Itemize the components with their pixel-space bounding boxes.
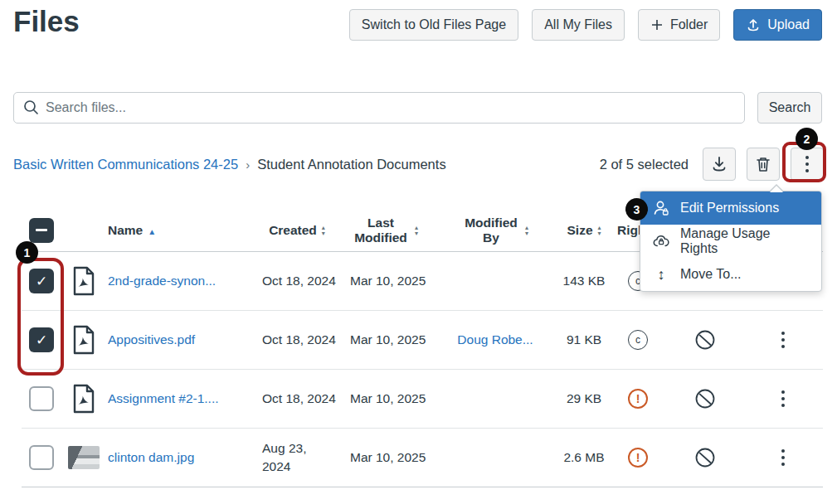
add-folder-label: Folder	[670, 17, 708, 32]
files-page: Files Switch to Old Files Page All My Fi…	[0, 0, 837, 504]
step-badge-1: 1	[16, 241, 38, 264]
step-badge-3: 3	[625, 198, 648, 220]
column-header-last-modified[interactable]: Last Modified ▴▾	[338, 216, 431, 245]
menu-item-label: Edit Permissions	[680, 201, 779, 216]
trash-icon	[754, 155, 772, 173]
sort-icon: ▴▾	[322, 225, 325, 236]
more-menu-icon	[801, 151, 814, 177]
row-options-icon[interactable]	[776, 444, 790, 471]
selected-status: 2 of 5 selected	[600, 157, 689, 172]
download-icon	[710, 155, 728, 173]
row-checkbox[interactable]: ✓	[29, 327, 54, 352]
more-options-button[interactable]	[791, 148, 824, 181]
modified-by-link[interactable]: Doug Robe...	[457, 332, 533, 346]
last-modified-date: Mar 10, 2025	[338, 448, 431, 467]
menu-item-move-to[interactable]: ↕ Move To...	[640, 258, 821, 291]
check-icon: ✓	[36, 332, 47, 349]
table-row: ✓ Appositives.pdf Oct 18, 2024 Mar 10, 2…	[22, 311, 823, 370]
menu-caret	[769, 184, 784, 191]
table-row: Assignment #2-1.... Oct 18, 2024 Mar 10,…	[22, 370, 823, 429]
created-date: Aug 23, 2024	[255, 439, 338, 477]
row-checkbox[interactable]	[29, 386, 54, 411]
user-permissions-icon	[652, 199, 670, 217]
file-name-link[interactable]: Appositives.pdf	[108, 332, 195, 346]
row-checkbox[interactable]: ✓	[29, 269, 54, 293]
add-folder-button[interactable]: Folder	[638, 9, 720, 41]
select-all-checkbox[interactable]	[29, 218, 54, 243]
move-vertical-icon: ↕	[652, 266, 670, 284]
delete-button[interactable]	[747, 148, 780, 181]
selection-toolbar: 2 of 5 selected	[600, 148, 824, 181]
cloud-lock-icon	[652, 232, 670, 250]
menu-item-edit-permissions[interactable]: Edit Permissions	[640, 191, 821, 225]
warning-icon[interactable]: !	[628, 389, 648, 409]
last-modified-date: Mar 10, 2025	[338, 390, 431, 408]
unpublished-icon[interactable]	[694, 447, 716, 468]
search-bar	[13, 92, 745, 124]
column-header-size[interactable]: Size ▴▾	[559, 223, 609, 238]
file-name-link[interactable]: clinton dam.jpg	[108, 450, 194, 464]
menu-item-label: Manage Usage Rights	[680, 226, 810, 256]
file-name-link[interactable]: 2nd-grade-synon...	[108, 274, 216, 288]
warning-icon[interactable]: !	[628, 448, 648, 468]
step-badge-2: 2	[796, 128, 818, 150]
upload-button[interactable]: Upload	[733, 9, 822, 41]
file-size: 29 KB	[559, 390, 609, 408]
last-modified-date: Mar 10, 2025	[338, 272, 431, 290]
copyright-icon[interactable]: c	[628, 330, 648, 350]
row-options-icon[interactable]	[776, 327, 790, 353]
header-actions: Switch to Old Files Page All My Files Fo…	[349, 9, 822, 41]
search-button[interactable]: Search	[757, 92, 822, 124]
created-date: Oct 18, 2024	[255, 331, 338, 349]
sort-icon: ▴▾	[415, 225, 418, 236]
menu-item-manage-usage-rights[interactable]: Manage Usage Rights	[640, 225, 821, 258]
column-header-modified-by[interactable]: Modified By ▴▾	[431, 216, 559, 245]
image-thumbnail	[68, 446, 100, 469]
page-title: Files	[13, 5, 80, 38]
unpublished-icon[interactable]	[694, 388, 716, 410]
check-icon: ✓	[36, 273, 47, 290]
column-header-created[interactable]: Created ▴▾	[255, 223, 338, 238]
row-options-icon[interactable]	[776, 385, 790, 412]
file-size: 2.6 MB	[559, 448, 609, 467]
pdf-file-icon	[71, 384, 96, 414]
all-my-files-button[interactable]: All My Files	[532, 9, 625, 41]
more-options-menu: Edit Permissions Manage Usage Rights ↕ M…	[640, 191, 822, 292]
table-row: clinton dam.jpg Aug 23, 2024 Mar 10, 202…	[22, 429, 823, 487]
breadcrumb-separator-icon: ›	[246, 158, 250, 172]
created-date: Oct 18, 2024	[255, 272, 338, 290]
row-checkbox[interactable]	[29, 445, 54, 470]
file-size: 91 KB	[559, 331, 609, 349]
sort-icon: ▴▾	[598, 225, 601, 236]
breadcrumb: Basic Written Communications 24-25 › Stu…	[13, 157, 446, 172]
created-date: Oct 18, 2024	[255, 390, 338, 408]
sort-ascending-icon: ▲	[148, 227, 156, 236]
pdf-file-icon	[71, 266, 96, 296]
column-header-name[interactable]: Name▲	[106, 223, 255, 238]
last-modified-date: Mar 10, 2025	[338, 331, 431, 349]
plus-icon	[650, 18, 664, 32]
pdf-file-icon	[71, 325, 96, 355]
file-size: 143 KB	[559, 272, 609, 290]
switch-old-files-button[interactable]: Switch to Old Files Page	[349, 9, 518, 41]
download-button[interactable]	[703, 148, 736, 181]
indeterminate-icon	[36, 229, 47, 231]
upload-label: Upload	[767, 17, 810, 32]
file-name-link[interactable]: Assignment #2-1....	[108, 391, 219, 405]
breadcrumb-current-folder: Student Annotation Documents	[257, 157, 446, 172]
menu-item-label: Move To...	[680, 267, 742, 282]
sort-icon: ▴▾	[525, 225, 528, 236]
unpublished-icon[interactable]	[694, 329, 716, 351]
breadcrumb-course-link[interactable]: Basic Written Communications 24-25	[13, 157, 238, 172]
search-icon	[22, 99, 40, 116]
search-input[interactable]	[13, 92, 745, 124]
upload-icon	[746, 17, 761, 32]
